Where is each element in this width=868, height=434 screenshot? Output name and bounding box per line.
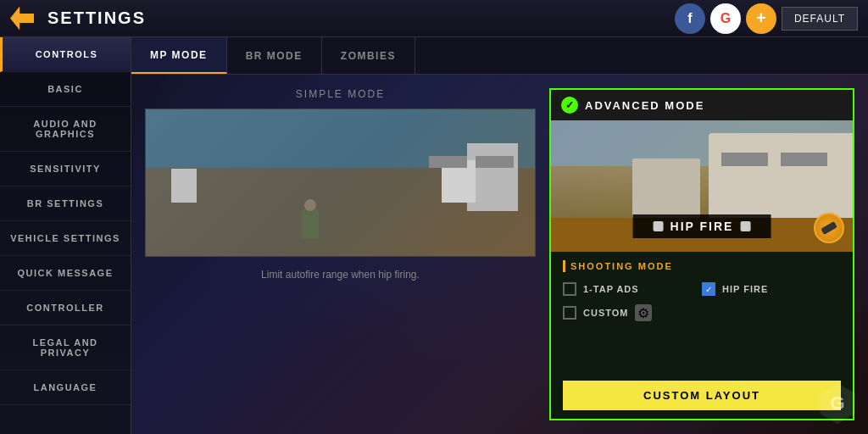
advanced-mode-header: ✓ ADVANCED MODE [551, 90, 853, 120]
advanced-mode-preview: HIP FIRE [551, 120, 853, 252]
label-custom: CUSTOM [583, 308, 628, 318]
section-title-row: SHOOTING MODE [563, 260, 841, 272]
gear-icon[interactable]: ⚙ [635, 304, 652, 321]
option-custom: CUSTOM ⚙ [563, 304, 702, 321]
ammo-icon [821, 221, 837, 235]
hip-fire-banner: HIP FIRE [633, 214, 771, 238]
hip-fire-indicator-right [740, 221, 750, 231]
vent-2 [429, 156, 467, 168]
sidebar-item-vehicle-settings[interactable]: VEHICLE SETTINGS [0, 221, 131, 256]
hip-fire-indicator [654, 221, 664, 231]
mode-tabs: MP MODE BR MODE ZOMBIES [131, 37, 868, 75]
header: SETTINGS f G + DEFAULT [0, 0, 868, 37]
simple-mode-panel: SIMPLE MODE Limit autofire range when hi… [145, 88, 536, 420]
sidebar-item-controls[interactable]: CONTROLS [0, 37, 131, 72]
check-icon: ✓ [561, 97, 578, 114]
option-1tap-ads: 1-tap ADS [563, 282, 702, 296]
facebook-button[interactable]: f [675, 3, 705, 34]
shooting-mode-label: SHOOTING MODE [570, 261, 673, 271]
plus-button[interactable]: + [746, 3, 776, 34]
watermark-g-icon: G [830, 392, 844, 415]
advanced-mode-panel[interactable]: ✓ ADVANCED MODE HIP FIRE [549, 88, 854, 420]
sidebar-item-audio-graphics[interactable]: AUDIO AND GRAPHICS [0, 107, 131, 152]
tab-mp-mode[interactable]: MP MODE [131, 37, 227, 74]
simple-mode-description: Limit autofire range when hip firing. [261, 269, 420, 281]
sidebar-item-sensitivity[interactable]: SENSITIVITY [0, 152, 131, 186]
checkbox-1tap-ads[interactable] [563, 282, 576, 296]
tab-br-mode[interactable]: BR MODE [227, 37, 322, 74]
watermark: G [817, 383, 858, 424]
sidebar-item-basic[interactable]: BASIC [0, 72, 131, 107]
advanced-mode-title: ADVANCED MODE [585, 99, 704, 112]
building-3 [171, 169, 197, 203]
hip-fire-label: HIP FIRE [670, 220, 734, 233]
back-arrow-icon [10, 7, 34, 31]
sidebar: CONTROLS BASIC AUDIO AND GRAPHICS SENSIT… [0, 37, 131, 434]
ammo-circle [814, 213, 844, 243]
back-button[interactable]: SETTINGS [10, 7, 146, 31]
vent-1 [476, 156, 514, 168]
label-1tap-ads: 1-tap ADS [583, 284, 639, 294]
tab-zombies[interactable]: ZOMBIES [322, 37, 415, 74]
shooting-mode-section: SHOOTING MODE 1-tap ADS HIP FIRE [551, 252, 853, 372]
sidebar-item-quick-message[interactable]: QUICK MESSAGE [0, 256, 131, 291]
soldier-figure [302, 209, 319, 239]
google-button[interactable]: G [710, 3, 741, 34]
sidebar-item-legal-privacy[interactable]: LEGAL AND PRIVACY [0, 326, 131, 370]
main-layout: CONTROLS BASIC AUDIO AND GRAPHICS SENSIT… [0, 37, 868, 434]
modes-area: SIMPLE MODE Limit autofire range when hi… [131, 75, 868, 434]
adv-vent-1 [781, 153, 827, 166]
simple-mode-preview[interactable] [145, 108, 536, 257]
sidebar-item-language[interactable]: LANGUAGE [0, 370, 131, 405]
checkbox-hip-fire[interactable] [702, 282, 715, 296]
adv-vent-2 [721, 153, 768, 166]
label-hip-fire: HIP FIRE [722, 284, 768, 294]
section-bar-icon [563, 260, 565, 272]
content-area: MP MODE BR MODE ZOMBIES SIMPLE MODE Limi… [131, 37, 868, 434]
simple-mode-label: SIMPLE MODE [296, 88, 385, 100]
page-title: SETTINGS [47, 8, 146, 28]
default-button[interactable]: DEFAULT [782, 7, 858, 31]
watermark-hex: G [817, 383, 858, 424]
checkbox-custom[interactable] [563, 306, 576, 320]
custom-layout-button[interactable]: CUSTOM LAYOUT [563, 381, 841, 410]
sidebar-item-br-settings[interactable]: BR SETTINGS [0, 186, 131, 221]
option-hip-fire: HIP FIRE [702, 282, 841, 296]
sidebar-item-controller[interactable]: CONTROLLER [0, 291, 131, 326]
shooting-options: 1-tap ADS HIP FIRE CUSTOM ⚙ [563, 282, 841, 321]
adv-building-2 [632, 159, 700, 218]
header-actions: f G + DEFAULT [675, 3, 858, 34]
